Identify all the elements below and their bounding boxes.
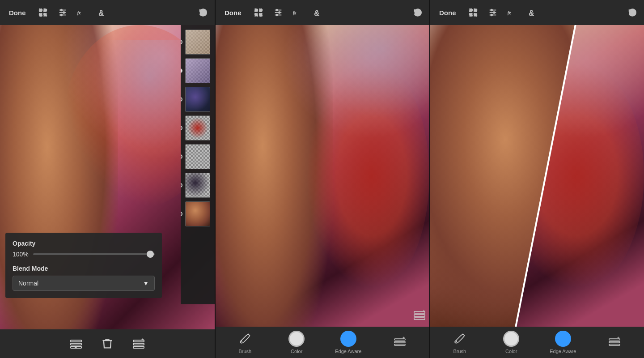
opacity-slider[interactable] xyxy=(33,253,155,255)
done-button-2[interactable]: Done xyxy=(221,7,245,18)
layers-add-tool-3[interactable]: + xyxy=(601,334,628,350)
brush-tool-3[interactable]: Brush xyxy=(446,331,473,354)
toolbar-2: Done fx & xyxy=(216,0,429,25)
svg-rect-16 xyxy=(133,343,144,345)
select-icon-1[interactable] xyxy=(37,6,49,19)
opacity-thumb[interactable] xyxy=(147,251,154,258)
edge-aware-circle-2 xyxy=(340,331,356,347)
svg-rect-12 xyxy=(71,340,81,342)
layer-radio-6[interactable] xyxy=(181,183,182,188)
svg-rect-36 xyxy=(394,341,405,343)
brush-icon-3 xyxy=(452,331,468,347)
opacity-label: Opacity xyxy=(13,240,155,247)
svg-text:fx: fx xyxy=(508,10,511,15)
canvas-3[interactable] xyxy=(430,25,644,327)
layer-item-6[interactable] xyxy=(184,172,211,199)
svg-text:fx: fx xyxy=(293,10,297,15)
edge-aware-tool-2[interactable]: Edge Aware xyxy=(335,331,362,354)
layer-thumb-7 xyxy=(185,201,210,226)
svg-text:&: & xyxy=(529,9,534,17)
svg-rect-17 xyxy=(133,346,144,348)
toolbar-1: Done fx & xyxy=(0,0,215,25)
svg-rect-37 xyxy=(394,344,405,345)
brush-tool-2[interactable]: Brush xyxy=(232,331,258,354)
done-button-1[interactable]: Done xyxy=(5,7,30,18)
blend-mode-select[interactable]: Normal ▼ xyxy=(13,276,155,291)
svg-rect-53 xyxy=(609,341,620,343)
toolbar-3: Done fx & xyxy=(430,0,644,25)
sliders-icon-3[interactable] xyxy=(487,6,499,19)
svg-rect-39 xyxy=(469,9,472,12)
layer-radio-7[interactable] xyxy=(181,212,182,216)
svg-point-8 xyxy=(63,12,64,13)
layer-thumb-2 xyxy=(185,58,210,83)
sliders-icon-1[interactable] xyxy=(56,6,69,19)
dropdown-arrow-icon: ▼ xyxy=(143,280,149,287)
svg-rect-42 xyxy=(474,13,476,16)
svg-rect-13 xyxy=(71,343,81,345)
layer-thumb-1 xyxy=(185,30,210,55)
done-button-3[interactable]: Done xyxy=(436,7,460,18)
canvas-1[interactable]: Opacity 100% Blend Mode Normal ▼ xyxy=(0,25,215,329)
svg-rect-33 xyxy=(414,318,425,320)
artwork-bg-2 xyxy=(216,25,429,327)
color-tool-2[interactable]: Color xyxy=(283,331,310,354)
svg-rect-0 xyxy=(39,9,42,12)
svg-point-26 xyxy=(276,9,278,11)
svg-text:&: & xyxy=(314,9,319,17)
svg-rect-40 xyxy=(474,9,476,12)
svg-rect-20 xyxy=(259,9,262,12)
brush-label-3: Brush xyxy=(453,349,466,354)
color-tool-3[interactable]: Color xyxy=(498,331,525,354)
opacity-value: 100% xyxy=(13,251,29,258)
layers-stack-2[interactable]: + xyxy=(411,307,428,325)
undo-icon-2[interactable] xyxy=(411,6,424,19)
sliders-icon-2[interactable] xyxy=(272,6,284,19)
edge-aware-tool-3[interactable]: Edge Aware xyxy=(550,331,576,354)
svg-point-7 xyxy=(60,9,62,11)
svg-rect-41 xyxy=(469,13,472,16)
undo-icon-3[interactable] xyxy=(626,6,639,19)
layer-thumb-5 xyxy=(185,144,210,169)
fx-icon-2[interactable]: fx xyxy=(292,6,304,19)
layer-radio-2[interactable] xyxy=(181,68,182,73)
layer-item-2[interactable] xyxy=(184,57,211,84)
bottom-action-bar-1: + xyxy=(0,329,215,358)
svg-point-47 xyxy=(493,12,495,13)
edge-aware-label-3: Edge Aware xyxy=(550,349,576,354)
svg-rect-21 xyxy=(254,13,257,16)
layer-item-5[interactable] xyxy=(184,143,211,170)
svg-point-48 xyxy=(491,14,492,16)
svg-rect-54 xyxy=(609,344,620,345)
ampersand-icon-3[interactable]: & xyxy=(526,6,538,19)
layers-add-icon-1[interactable]: + xyxy=(131,337,146,351)
ampersand-icon-1[interactable]: & xyxy=(96,6,108,19)
layer-item-1[interactable] xyxy=(184,29,211,55)
bottom-tools-3: Brush Color Edge Aware + xyxy=(430,327,644,358)
fx-icon-1[interactable]: fx xyxy=(76,6,89,19)
opacity-row: 100% xyxy=(13,251,155,258)
canvas-2[interactable]: + xyxy=(216,25,429,327)
svg-text:+: + xyxy=(423,309,425,313)
layers-add-tool-2[interactable]: + xyxy=(386,334,413,350)
layer-item-3[interactable] xyxy=(184,86,211,113)
layer-item-4[interactable] xyxy=(184,115,211,141)
ampersand-icon-2[interactable]: & xyxy=(311,6,324,19)
svg-rect-1 xyxy=(43,9,46,12)
layer-thumb-3 xyxy=(185,87,210,112)
layers-down-icon[interactable] xyxy=(69,337,83,351)
select-icon-3[interactable] xyxy=(467,6,479,19)
trash-icon[interactable] xyxy=(101,337,114,350)
layer-radio-1[interactable] xyxy=(181,40,182,44)
fx-icon-3[interactable]: fx xyxy=(506,6,519,19)
layer-item-7[interactable] xyxy=(184,200,211,227)
layer-radio-5[interactable] xyxy=(181,154,182,159)
svg-rect-3 xyxy=(43,13,46,16)
svg-rect-2 xyxy=(39,13,42,16)
layer-radio-4[interactable] xyxy=(181,126,182,130)
layer-radio-3[interactable] xyxy=(181,97,182,102)
svg-text:fx: fx xyxy=(77,10,81,15)
blend-mode-value: Normal xyxy=(18,280,38,287)
select-icon-2[interactable] xyxy=(252,6,265,19)
undo-icon-1[interactable] xyxy=(197,6,209,19)
